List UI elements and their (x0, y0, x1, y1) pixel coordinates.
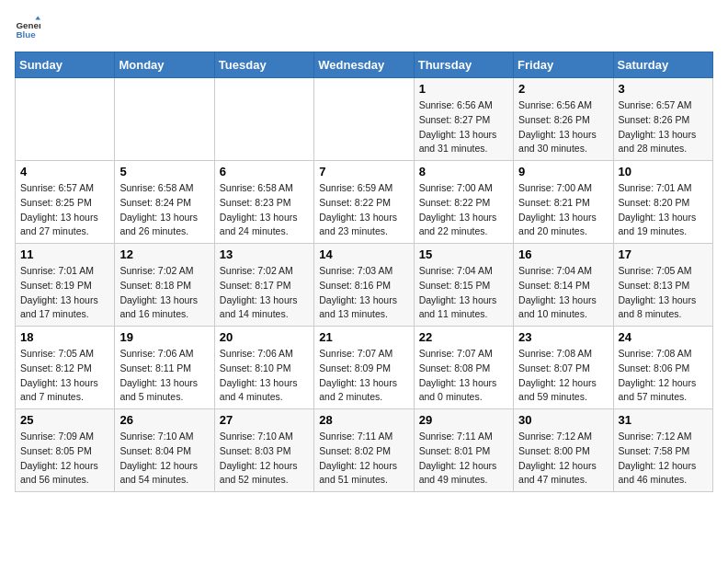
weekday-header-cell: Friday (514, 52, 613, 78)
calendar-cell: 19Sunrise: 7:06 AM Sunset: 8:11 PM Dayli… (115, 327, 214, 409)
weekday-header-cell: Sunday (16, 52, 115, 78)
calendar-table: SundayMondayTuesdayWednesdayThursdayFrid… (15, 52, 713, 492)
calendar-cell: 27Sunrise: 7:10 AM Sunset: 8:03 PM Dayli… (214, 409, 313, 492)
weekday-header-row: SundayMondayTuesdayWednesdayThursdayFrid… (16, 52, 713, 78)
day-number: 11 (20, 247, 109, 261)
weekday-header-cell: Tuesday (214, 52, 313, 78)
day-info: Sunrise: 7:04 AM Sunset: 8:15 PM Dayligh… (419, 264, 508, 322)
day-info: Sunrise: 7:06 AM Sunset: 8:11 PM Dayligh… (119, 347, 209, 405)
day-number: 16 (518, 247, 608, 261)
day-info: Sunrise: 7:09 AM Sunset: 8:05 PM Dayligh… (20, 430, 109, 488)
day-number: 10 (619, 165, 708, 178)
day-info: Sunrise: 7:04 AM Sunset: 8:14 PM Dayligh… (518, 264, 608, 322)
day-info: Sunrise: 6:57 AM Sunset: 8:25 PM Dayligh… (20, 181, 109, 239)
calendar-cell: 15Sunrise: 7:04 AM Sunset: 8:15 PM Dayli… (414, 244, 513, 327)
calendar-cell: 30Sunrise: 7:12 AM Sunset: 8:00 PM Dayli… (514, 409, 613, 492)
day-number: 9 (518, 165, 608, 178)
svg-marker-2 (35, 16, 40, 19)
calendar-cell: 14Sunrise: 7:03 AM Sunset: 8:16 PM Dayli… (314, 244, 414, 327)
day-number: 15 (419, 247, 508, 261)
day-number: 25 (20, 413, 109, 427)
calendar-cell: 18Sunrise: 7:05 AM Sunset: 8:12 PM Dayli… (16, 327, 115, 409)
calendar-cell: 1Sunrise: 6:56 AM Sunset: 8:27 PM Daylig… (414, 78, 513, 161)
day-info: Sunrise: 6:58 AM Sunset: 8:23 PM Dayligh… (220, 181, 309, 239)
day-number: 22 (419, 330, 508, 344)
day-info: Sunrise: 7:02 AM Sunset: 8:17 PM Dayligh… (220, 264, 309, 322)
day-number: 21 (319, 330, 408, 344)
day-info: Sunrise: 7:11 AM Sunset: 8:01 PM Dayligh… (419, 430, 508, 488)
day-number: 28 (319, 413, 408, 427)
day-number: 23 (518, 330, 608, 344)
calendar-cell: 7Sunrise: 6:59 AM Sunset: 8:22 PM Daylig… (314, 161, 414, 244)
calendar-cell: 26Sunrise: 7:10 AM Sunset: 8:04 PM Dayli… (115, 409, 214, 492)
calendar-week-row: 18Sunrise: 7:05 AM Sunset: 8:12 PM Dayli… (16, 327, 713, 409)
day-info: Sunrise: 7:05 AM Sunset: 8:13 PM Dayligh… (619, 264, 708, 322)
day-number: 7 (319, 165, 408, 178)
day-info: Sunrise: 6:56 AM Sunset: 8:27 PM Dayligh… (419, 98, 508, 156)
day-number: 1 (419, 82, 508, 96)
day-number: 31 (619, 413, 708, 427)
day-info: Sunrise: 6:57 AM Sunset: 8:26 PM Dayligh… (619, 98, 708, 156)
calendar-cell: 6Sunrise: 6:58 AM Sunset: 8:23 PM Daylig… (214, 161, 313, 244)
calendar-week-row: 25Sunrise: 7:09 AM Sunset: 8:05 PM Dayli… (16, 409, 713, 492)
weekday-header-cell: Wednesday (314, 52, 414, 78)
weekday-header-cell: Thursday (414, 52, 513, 78)
day-info: Sunrise: 7:00 AM Sunset: 8:21 PM Dayligh… (518, 181, 608, 239)
weekday-header-cell: Monday (115, 52, 214, 78)
calendar-cell (16, 78, 115, 161)
day-number: 27 (220, 413, 309, 427)
day-number: 6 (220, 165, 309, 178)
day-info: Sunrise: 7:01 AM Sunset: 8:20 PM Dayligh… (619, 181, 708, 239)
svg-text:Blue: Blue (16, 29, 36, 40)
day-number: 29 (419, 413, 508, 427)
day-info: Sunrise: 7:10 AM Sunset: 8:04 PM Dayligh… (119, 430, 209, 488)
day-info: Sunrise: 7:07 AM Sunset: 8:09 PM Dayligh… (319, 347, 408, 405)
calendar-cell: 17Sunrise: 7:05 AM Sunset: 8:13 PM Dayli… (613, 244, 712, 327)
day-info: Sunrise: 7:05 AM Sunset: 8:12 PM Dayligh… (20, 347, 109, 405)
day-number: 8 (419, 165, 508, 178)
day-info: Sunrise: 7:12 AM Sunset: 7:58 PM Dayligh… (619, 430, 708, 488)
calendar-cell: 13Sunrise: 7:02 AM Sunset: 8:17 PM Dayli… (214, 244, 313, 327)
calendar-cell: 22Sunrise: 7:07 AM Sunset: 8:08 PM Dayli… (414, 327, 513, 409)
calendar-cell: 29Sunrise: 7:11 AM Sunset: 8:01 PM Dayli… (414, 409, 513, 492)
calendar-cell: 24Sunrise: 7:08 AM Sunset: 8:06 PM Dayli… (613, 327, 712, 409)
page-header: General Blue (15, 15, 713, 40)
calendar-cell (314, 78, 414, 161)
day-info: Sunrise: 7:06 AM Sunset: 8:10 PM Dayligh… (220, 347, 309, 405)
day-info: Sunrise: 7:11 AM Sunset: 8:02 PM Dayligh… (319, 430, 408, 488)
day-number: 3 (619, 82, 708, 96)
day-number: 4 (20, 165, 109, 178)
day-info: Sunrise: 6:58 AM Sunset: 8:24 PM Dayligh… (119, 181, 209, 239)
day-number: 19 (119, 330, 209, 344)
day-number: 13 (220, 247, 309, 261)
day-number: 30 (518, 413, 608, 427)
calendar-cell: 3Sunrise: 6:57 AM Sunset: 8:26 PM Daylig… (613, 78, 712, 161)
calendar-cell: 20Sunrise: 7:06 AM Sunset: 8:10 PM Dayli… (214, 327, 313, 409)
calendar-cell: 9Sunrise: 7:00 AM Sunset: 8:21 PM Daylig… (514, 161, 613, 244)
calendar-cell: 8Sunrise: 7:00 AM Sunset: 8:22 PM Daylig… (414, 161, 513, 244)
calendar-body: 1Sunrise: 6:56 AM Sunset: 8:27 PM Daylig… (16, 78, 713, 492)
calendar-cell: 16Sunrise: 7:04 AM Sunset: 8:14 PM Dayli… (514, 244, 613, 327)
calendar-week-row: 11Sunrise: 7:01 AM Sunset: 8:19 PM Dayli… (16, 244, 713, 327)
calendar-cell: 21Sunrise: 7:07 AM Sunset: 8:09 PM Dayli… (314, 327, 414, 409)
day-info: Sunrise: 7:08 AM Sunset: 8:07 PM Dayligh… (518, 347, 608, 405)
day-number: 17 (619, 247, 708, 261)
weekday-header-cell: Saturday (613, 52, 712, 78)
calendar-cell: 4Sunrise: 6:57 AM Sunset: 8:25 PM Daylig… (16, 161, 115, 244)
day-number: 12 (119, 247, 209, 261)
day-number: 14 (319, 247, 408, 261)
day-number: 20 (220, 330, 309, 344)
day-number: 24 (619, 330, 708, 344)
calendar-week-row: 1Sunrise: 6:56 AM Sunset: 8:27 PM Daylig… (16, 78, 713, 161)
calendar-cell: 11Sunrise: 7:01 AM Sunset: 8:19 PM Dayli… (16, 244, 115, 327)
calendar-cell (214, 78, 313, 161)
calendar-cell: 28Sunrise: 7:11 AM Sunset: 8:02 PM Dayli… (314, 409, 414, 492)
day-info: Sunrise: 6:56 AM Sunset: 8:26 PM Dayligh… (518, 98, 608, 156)
day-info: Sunrise: 7:10 AM Sunset: 8:03 PM Dayligh… (220, 430, 309, 488)
day-info: Sunrise: 7:02 AM Sunset: 8:18 PM Dayligh… (119, 264, 209, 322)
day-info: Sunrise: 7:08 AM Sunset: 8:06 PM Dayligh… (619, 347, 708, 405)
day-number: 26 (119, 413, 209, 427)
day-info: Sunrise: 6:59 AM Sunset: 8:22 PM Dayligh… (319, 181, 408, 239)
day-number: 18 (20, 330, 109, 344)
calendar-cell: 5Sunrise: 6:58 AM Sunset: 8:24 PM Daylig… (115, 161, 214, 244)
